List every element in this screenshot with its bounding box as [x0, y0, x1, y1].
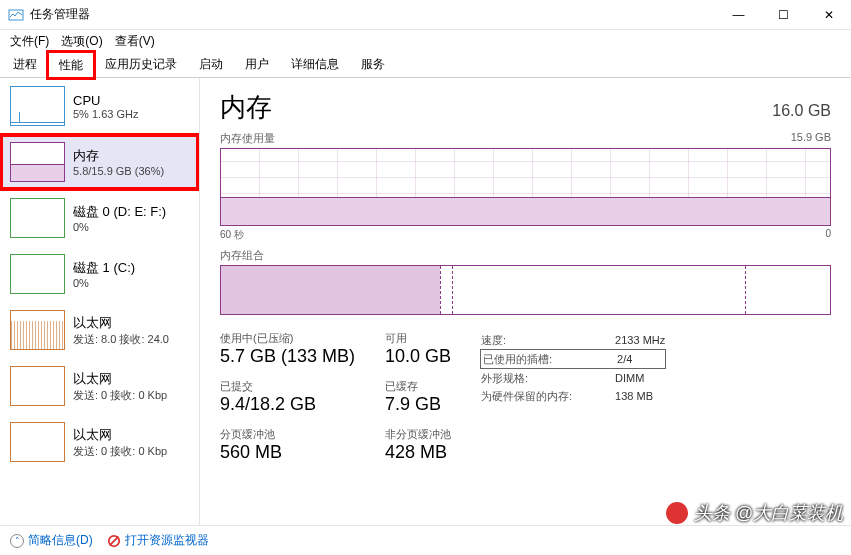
sidebar-item-eth1[interactable]: 以太网发送: 0 接收: 0 Kbp [0, 358, 199, 414]
axis-left: 60 秒 [220, 228, 244, 242]
reserved-value: 138 MB [615, 387, 653, 405]
detail-title: 内存 [220, 90, 272, 125]
sidebar-item-disk0[interactable]: 磁盘 0 (D: E: F:)0% [0, 190, 199, 246]
svg-line-2 [109, 536, 118, 545]
inuse-label: 使用中(已压缩) [220, 331, 355, 346]
usage-chart-label: 内存使用量 [220, 131, 275, 146]
sidebar-item-eth2[interactable]: 以太网发送: 0 接收: 0 Kbp [0, 414, 199, 470]
minimize-button[interactable]: — [716, 0, 761, 29]
avail-label: 可用 [385, 331, 451, 346]
close-button[interactable]: ✕ [806, 0, 851, 29]
tab-processes[interactable]: 进程 [2, 51, 48, 77]
menubar: 文件(F) 选项(O) 查看(V) [0, 30, 851, 52]
maximize-button[interactable]: ☐ [761, 0, 806, 29]
watermark-logo-icon [666, 502, 688, 524]
sidebar-item-eth0[interactable]: 以太网发送: 8.0 接收: 24.0 [0, 302, 199, 358]
watermark: 头条 @大白菜装机 [666, 501, 843, 525]
axis-right: 0 [825, 228, 831, 242]
memory-info-grid: 速度:2133 MHz 已使用的插槽:2/4 外形规格:DIMM 为硬件保留的内… [481, 331, 665, 463]
inuse-value: 5.7 GB (133 MB) [220, 346, 355, 367]
speed-value: 2133 MHz [615, 331, 665, 349]
avail-value: 10.0 GB [385, 346, 451, 367]
statusbar: ˄ 简略信息(D) 打开资源监视器 [0, 525, 851, 555]
detail-pane: 内存 16.0 GB 内存使用量 15.9 GB 60 秒 0 内存组合 使用中… [200, 78, 851, 525]
nonpaged-label: 非分页缓冲池 [385, 427, 451, 442]
sidebar-item-cpu[interactable]: CPU5% 1.63 GHz [0, 78, 199, 134]
cached-value: 7.9 GB [385, 394, 451, 415]
resmon-icon [107, 534, 121, 548]
main: CPU5% 1.63 GHz 内存5.8/15.9 GB (36%) 磁盘 0 … [0, 78, 851, 525]
compo-chart-label: 内存组合 [220, 248, 264, 263]
nonpaged-value: 428 MB [385, 442, 451, 463]
window-title: 任务管理器 [30, 6, 716, 23]
tab-startup[interactable]: 启动 [188, 51, 234, 77]
paged-label: 分页缓冲池 [220, 427, 355, 442]
open-resmon-link[interactable]: 打开资源监视器 [107, 532, 209, 549]
tab-users[interactable]: 用户 [234, 51, 280, 77]
usage-chart-max: 15.9 GB [791, 131, 831, 146]
commit-label: 已提交 [220, 379, 355, 394]
sidebar-item-memory[interactable]: 内存5.8/15.9 GB (36%) [0, 134, 199, 190]
menu-view[interactable]: 查看(V) [109, 31, 161, 52]
disk-thumb-icon [10, 198, 65, 238]
tab-services[interactable]: 服务 [350, 51, 396, 77]
slots-value: 2/4 [617, 350, 632, 368]
chevron-up-icon: ˄ [10, 534, 24, 548]
tab-performance[interactable]: 性能 [48, 52, 94, 78]
disk-thumb-icon [10, 254, 65, 294]
cached-label: 已缓存 [385, 379, 451, 394]
tab-history[interactable]: 应用历史记录 [94, 51, 188, 77]
menu-file[interactable]: 文件(F) [4, 31, 55, 52]
memory-total: 16.0 GB [772, 102, 831, 120]
brief-toggle[interactable]: ˄ 简略信息(D) [10, 532, 93, 549]
app-icon [8, 7, 24, 23]
tabbar: 进程 性能 应用历史记录 启动 用户 详细信息 服务 [0, 52, 851, 78]
commit-value: 9.4/18.2 GB [220, 394, 355, 415]
cpu-thumb-icon [10, 86, 65, 126]
memory-composition-chart [220, 265, 831, 315]
ethernet-thumb-icon [10, 310, 65, 350]
ethernet-thumb-icon [10, 366, 65, 406]
memory-usage-chart [220, 148, 831, 226]
paged-value: 560 MB [220, 442, 355, 463]
menu-options[interactable]: 选项(O) [55, 31, 108, 52]
sidebar-item-disk1[interactable]: 磁盘 1 (C:)0% [0, 246, 199, 302]
ethernet-thumb-icon [10, 422, 65, 462]
sidebar: CPU5% 1.63 GHz 内存5.8/15.9 GB (36%) 磁盘 0 … [0, 78, 200, 525]
tab-details[interactable]: 详细信息 [280, 51, 350, 77]
memory-thumb-icon [10, 142, 65, 182]
stats: 使用中(已压缩)5.7 GB (133 MB) 已提交9.4/18.2 GB 分… [220, 331, 831, 463]
titlebar: 任务管理器 — ☐ ✕ [0, 0, 851, 30]
formfactor-value: DIMM [615, 369, 644, 387]
